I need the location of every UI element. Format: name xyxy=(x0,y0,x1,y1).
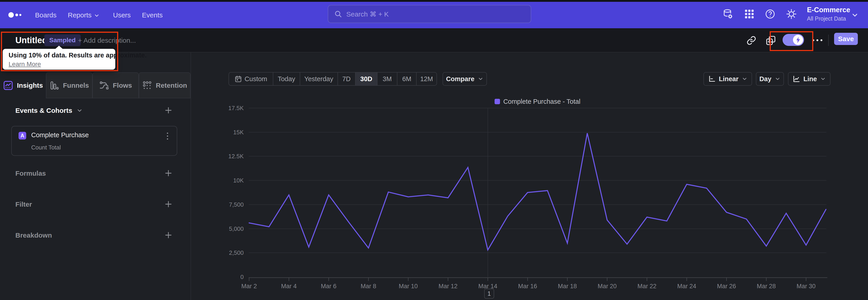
range-label: 3M xyxy=(383,75,392,83)
x-axis-label: Mar 4 xyxy=(270,283,308,290)
tab-funnels[interactable]: Funnels xyxy=(46,72,92,98)
retention-icon xyxy=(142,81,152,90)
nav-item-label: Reports xyxy=(68,11,92,19)
search-icon xyxy=(334,10,342,18)
x-axis-tick xyxy=(567,277,567,281)
breakdown-section-label: Breakdown xyxy=(16,232,52,239)
x-axis-label: Mar 20 xyxy=(588,283,626,290)
copy-to-board-icon[interactable] xyxy=(766,35,776,46)
apps-grid-icon[interactable] xyxy=(744,9,754,19)
tab-label: Funnels xyxy=(63,82,89,89)
nav-item-users[interactable]: Users xyxy=(113,2,131,28)
range-label: 6M xyxy=(402,75,411,83)
settings-gear-icon[interactable] xyxy=(786,9,797,19)
nav-item-label: Boards xyxy=(35,11,57,19)
project-scope: All Project Data xyxy=(807,16,846,22)
tab-label: Flows xyxy=(113,82,132,89)
x-axis-tick xyxy=(289,277,289,281)
add-filter-button[interactable] xyxy=(164,200,173,208)
event-series-badge: A xyxy=(19,132,26,140)
x-axis-label: Mar 30 xyxy=(787,283,825,290)
event-card[interactable]: A Complete Purchase Count Total xyxy=(11,126,177,156)
chevron-down-icon xyxy=(820,76,826,82)
chart-type-dropdown[interactable]: Line xyxy=(788,72,831,86)
y-axis-label: 7,500 xyxy=(198,201,244,208)
range-7d[interactable]: 7D xyxy=(338,72,355,85)
y-gridline xyxy=(249,156,827,156)
compare-label: Compare xyxy=(446,75,474,83)
insights-icon xyxy=(3,80,13,91)
data-management-icon[interactable] xyxy=(723,9,733,19)
divider xyxy=(191,53,191,300)
tab-flows[interactable]: Flows xyxy=(92,72,139,98)
add-event-button[interactable] xyxy=(164,106,173,114)
x-axis-tick xyxy=(766,277,767,281)
interval-dropdown[interactable]: Day xyxy=(756,72,784,86)
tab-retention[interactable]: Retention xyxy=(139,72,191,98)
chevron-down-icon xyxy=(742,76,747,82)
range-6m[interactable]: 6M xyxy=(397,72,417,85)
y-axis-label: 10K xyxy=(198,177,244,184)
chart-legend[interactable]: Complete Purchase - Total xyxy=(249,98,827,106)
x-axis-tick xyxy=(368,277,369,281)
tab-insights[interactable]: Insights xyxy=(0,72,46,98)
add-breakdown-button[interactable] xyxy=(164,231,173,239)
chevron-down-icon xyxy=(477,76,484,82)
x-axis-tick xyxy=(806,277,806,281)
sampling-tooltip: Using 10% of data. Results are approxima… xyxy=(3,49,115,70)
events-cohorts-header[interactable]: Events & Cohorts xyxy=(16,107,83,114)
y-axis-label: 12.5K xyxy=(198,153,244,160)
x-axis-label: Mar 16 xyxy=(508,283,547,290)
range-3m[interactable]: 3M xyxy=(377,72,397,85)
sampling-toggle[interactable] xyxy=(782,34,804,46)
save-button[interactable]: Save xyxy=(834,33,858,45)
x-axis-tick xyxy=(488,277,488,281)
search-input[interactable]: Search ⌘ + K xyxy=(328,5,531,23)
flows-icon xyxy=(99,81,109,90)
range-yesterday[interactable]: Yesterday xyxy=(300,72,338,85)
report-header-bar: Untitled Sampled + Add description... Sa… xyxy=(0,28,868,53)
scale-label: Linear xyxy=(719,75,739,83)
kebab-menu-icon[interactable] xyxy=(164,132,171,140)
share-link-icon[interactable] xyxy=(746,35,756,46)
range-label: 30D xyxy=(360,75,372,83)
x-axis-tick xyxy=(408,277,408,281)
more-options-icon[interactable] xyxy=(811,37,825,43)
x-axis-tick xyxy=(686,277,687,281)
help-icon[interactable] xyxy=(765,9,775,19)
chevron-down-icon[interactable] xyxy=(851,11,859,19)
add-formula-button[interactable] xyxy=(164,169,173,177)
x-axis-label: Mar 12 xyxy=(429,283,467,290)
range-12m[interactable]: 12M xyxy=(416,72,436,85)
nav-item-events[interactable]: Events xyxy=(142,2,163,28)
x-axis-label: Mar 28 xyxy=(747,283,785,290)
toggle-knob xyxy=(793,35,803,45)
y-axis-label: 5,000 xyxy=(198,226,244,232)
event-metric[interactable]: Count Total xyxy=(31,144,61,151)
range-label: Yesterday xyxy=(304,75,333,83)
mixpanel-logo-icon[interactable] xyxy=(8,10,26,20)
learn-more-link[interactable]: Learn More xyxy=(8,61,41,68)
compare-button[interactable]: Compare xyxy=(442,72,487,86)
range-label: 12M xyxy=(420,75,433,83)
tooltip-text: Using 10% of data. Results are approxima… xyxy=(8,52,147,59)
nav-item-reports[interactable]: Reports xyxy=(68,2,100,28)
scale-dropdown[interactable]: Linear xyxy=(704,72,752,86)
y-gridline xyxy=(249,204,827,205)
chevron-down-icon xyxy=(775,76,780,82)
y-axis-label: 15K xyxy=(198,129,244,136)
line-chart-icon xyxy=(793,75,800,83)
nav-item-boards[interactable]: Boards xyxy=(35,2,57,28)
v-gridline xyxy=(488,108,488,277)
linear-scale-icon xyxy=(708,75,716,83)
range-today[interactable]: Today xyxy=(273,72,300,85)
search-placeholder: Search ⌘ + K xyxy=(346,10,389,18)
x-axis-tick xyxy=(249,277,249,281)
y-gridline xyxy=(249,252,827,253)
range-custom[interactable]: Custom xyxy=(229,72,273,85)
pagination-page-1[interactable]: 1 xyxy=(484,289,494,299)
series-line[interactable] xyxy=(249,133,826,250)
project-name[interactable]: E-Commerce xyxy=(807,6,850,14)
range-30d[interactable]: 30D xyxy=(355,72,378,85)
sampled-badge[interactable]: Sampled xyxy=(44,34,81,46)
